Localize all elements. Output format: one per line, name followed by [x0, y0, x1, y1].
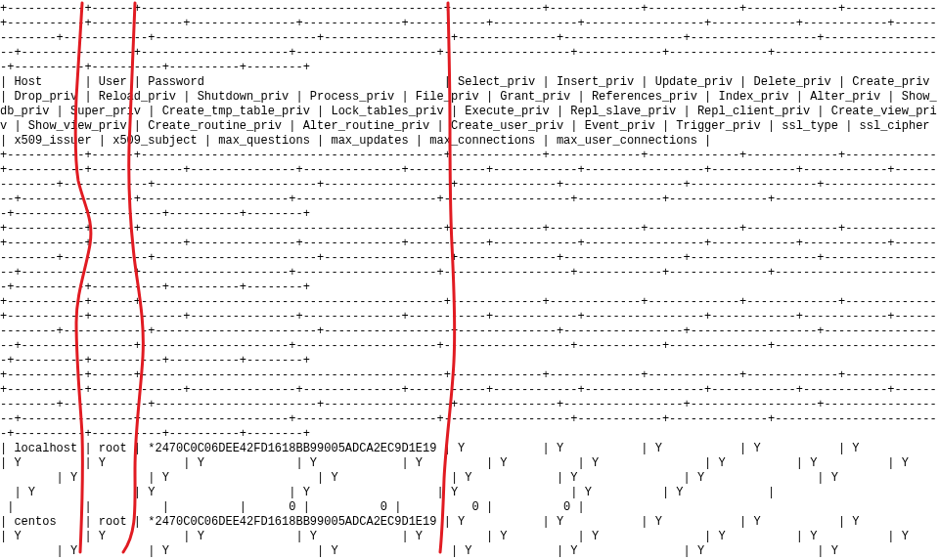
terminal-line: +-----------+------+--------------------…: [0, 2, 937, 16]
terminal-line: --+----------------+--------------------…: [0, 266, 937, 280]
terminal-line: v | Show_view_priv | Create_routine_priv…: [0, 119, 937, 133]
terminal-line: --+----------------+--------------------…: [0, 412, 937, 426]
terminal-line: -+----------+----------+----------+-----…: [0, 207, 310, 221]
terminal-line: | | | | 0 | 0 | 0 | 0 |: [0, 500, 585, 514]
terminal-line: -+----------+----------+----------+-----…: [0, 427, 310, 441]
terminal-line: --+----------------+--------------------…: [0, 46, 937, 60]
terminal-line: --------+------------+------------------…: [0, 251, 937, 265]
terminal-line: +-----------+------+--------------------…: [0, 149, 937, 162]
terminal-line: --------+------------+------------------…: [0, 398, 937, 411]
terminal-line: --------+------------+------------------…: [0, 178, 937, 192]
terminal-line: +-----------+-------------+-------------…: [0, 163, 937, 177]
terminal-line: -+----------+----------+----------+-----…: [0, 280, 310, 294]
terminal-line: | Y | Y | Y | Y | Y | Y |: [0, 486, 937, 499]
terminal-line: +-----------+------+--------------------…: [0, 295, 937, 309]
terminal-line: | Y | Y | Y | Y | Y | Y | Y | Y | Y | Y: [0, 456, 937, 470]
terminal-line: --+----------------+--------------------…: [0, 193, 937, 206]
terminal-line: | centos | root | *2470C0C06DEE42FD1618B…: [0, 515, 937, 529]
terminal-line: --------+------------+------------------…: [0, 31, 937, 45]
terminal-line: | Host | User | Password | Select_priv |…: [0, 75, 937, 89]
terminal-line: | localhost | root | *2470C0C06DEE42FD16…: [0, 442, 937, 455]
terminal-line: +-----------+-------------+-------------…: [0, 237, 937, 250]
terminal-line: | Y | Y | Y | Y | Y | Y | Y: [0, 471, 937, 485]
terminal-line: +-----------+-------------+-------------…: [0, 17, 937, 30]
terminal-line: | Y | Y | Y | Y | Y | Y | Y | Y | Y | Y: [0, 530, 937, 543]
terminal-line: | Drop_priv | Reload_priv | Shutdown_pri…: [0, 90, 937, 104]
terminal-line: db_priv | Super_priv | Create_tmp_table_…: [0, 105, 937, 118]
mysql-user-table: +-----------+------+--------------------…: [0, 0, 939, 560]
terminal-line: +-----------+-------------+-------------…: [0, 310, 937, 323]
terminal-line: --------+------------+------------------…: [0, 324, 937, 338]
terminal-line: +-----------+------+--------------------…: [0, 222, 937, 236]
terminal-line: | Y | Y | Y | Y | Y | Y | Y: [0, 544, 937, 558]
terminal-line: | x509_issuer | x509_subject | max_quest…: [0, 134, 711, 148]
terminal-line: --+----------------+--------------------…: [0, 339, 937, 353]
terminal-line: +-----------+------+--------------------…: [0, 368, 937, 382]
terminal-line: +-----------+-------------+-------------…: [0, 383, 937, 397]
terminal-line: -+----------+----------+----------+-----…: [0, 354, 310, 367]
terminal-line: -+----------+----------+----------+-----…: [0, 61, 310, 74]
